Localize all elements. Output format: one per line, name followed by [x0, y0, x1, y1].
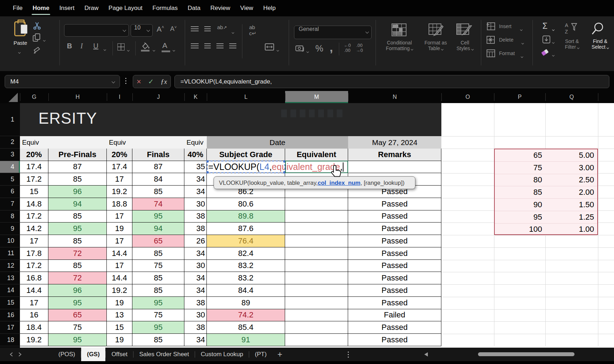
cell-r16c7[interactable]: Failed [348, 309, 441, 322]
cell-r14c4[interactable]: 34 [184, 284, 207, 297]
column-header-P[interactable]: P [494, 91, 545, 103]
lookup-cell[interactable]: 1.25 [545, 211, 597, 224]
tab-bar-options-icon[interactable] [348, 352, 349, 353]
format-dropdown-icon[interactable] [521, 55, 523, 58]
cell-r10c1[interactable]: 85 [48, 235, 107, 247]
copy-dropdown-icon[interactable] [43, 39, 46, 42]
cell-r14c1[interactable]: 96 [48, 284, 107, 297]
cell-r9c5[interactable]: 87.6 [207, 223, 285, 235]
menu-tab-view[interactable]: View [235, 0, 258, 16]
format-as-table-icon[interactable] [429, 23, 444, 39]
cell-r13c4[interactable]: 34 [184, 272, 207, 284]
column-header-I[interactable]: I [107, 91, 132, 103]
cell-r11c3[interactable]: 85 [132, 247, 184, 260]
cell-r18c2[interactable]: 19 [107, 334, 132, 346]
cell-r7c1[interactable]: 94 [48, 198, 107, 210]
lookup-cell[interactable]: 90 [495, 199, 545, 211]
cell-r18c7[interactable]: Passed [348, 334, 441, 346]
cell-r17c4[interactable]: 38 [184, 321, 207, 334]
cell-r14c0[interactable]: 14.4 [20, 284, 48, 297]
sheet-tab-pt[interactable]: (PT) [249, 348, 272, 361]
header-cell-equivalent[interactable]: Equivalent [285, 149, 348, 161]
increase-indent-icon[interactable] [229, 43, 236, 44]
row-header-18[interactable]: 18 [0, 334, 20, 346]
format-painter-icon[interactable] [33, 46, 41, 55]
borders-dropdown-icon[interactable] [127, 49, 130, 52]
fill-dropdown-icon[interactable] [552, 41, 555, 44]
cell-r7c5[interactable]: 80.6 [207, 198, 285, 210]
menu-tab-formulas[interactable]: Formulas [147, 0, 183, 16]
formula-bar-options-icon[interactable] [125, 78, 126, 79]
menu-tab-review[interactable]: Review [205, 0, 235, 16]
orientation-icon[interactable]: ab↗ [217, 24, 227, 30]
insert-button[interactable]: Insert [499, 23, 511, 29]
cell-r6c1[interactable]: 96 [48, 186, 107, 198]
header-cell-20-[interactable]: 20% [20, 149, 48, 161]
cell-I2[interactable]: Equiv [107, 136, 132, 149]
orientation-dropdown-icon[interactable] [232, 31, 234, 34]
cell-r8c0[interactable]: 17.2 [20, 210, 48, 223]
cell-r4c3[interactable]: 87 [132, 161, 184, 173]
title-banner-cell[interactable]: ERSITY [20, 103, 441, 136]
cell-r16c0[interactable]: 16 [20, 309, 48, 322]
row-header-7[interactable]: 7 [0, 198, 20, 210]
menu-tab-insert[interactable]: Insert [54, 0, 80, 16]
wrap-text-icon[interactable]: abc↵ [249, 24, 256, 37]
sort-filter-button[interactable]: Sort &Filter [560, 38, 584, 50]
header-cell-40-[interactable]: 40% [184, 149, 207, 161]
cell-r12c6[interactable] [285, 260, 348, 272]
sort-filter-icon[interactable]: AZ [565, 22, 577, 37]
cell-r10c4[interactable]: 26 [184, 235, 207, 247]
lookup-cell[interactable]: 1.50 [545, 199, 597, 211]
cell-r10c3[interactable]: 65 [132, 235, 184, 247]
menu-tab-draw[interactable]: Draw [79, 0, 104, 16]
cell-r5c4[interactable]: 34 [184, 173, 207, 186]
conditional-formatting-icon[interactable] [392, 23, 406, 39]
row-header-9[interactable]: 9 [0, 223, 20, 235]
cell-r9c3[interactable]: 94 [132, 223, 184, 235]
cell-r10c6[interactable] [285, 235, 348, 247]
cell-r13c7[interactable]: Passed [348, 272, 441, 284]
clear-dropdown-icon[interactable] [552, 54, 555, 57]
column-header-O[interactable]: O [441, 91, 494, 103]
lookup-cell[interactable]: 1.00 [545, 224, 597, 236]
accounting-format-icon[interactable] [295, 45, 305, 53]
font-name-combo[interactable] [64, 24, 129, 37]
cell-r9c7[interactable]: Passed [348, 223, 441, 235]
cell-r15c7[interactable]: Passed [348, 297, 441, 309]
cell-r4c0[interactable]: 17.4 [20, 161, 48, 173]
cell-r12c1[interactable]: 85 [48, 260, 107, 272]
cell-r8c6[interactable] [285, 210, 348, 223]
cell-K2[interactable]: Equiv [184, 136, 207, 149]
increase-font-icon[interactable]: A˄ [157, 25, 164, 33]
italic-button[interactable]: I [80, 42, 83, 50]
decrease-indent-icon[interactable] [216, 43, 224, 44]
column-header-M[interactable]: M [285, 91, 348, 103]
lookup-cell[interactable]: 85 [495, 186, 545, 199]
format-button[interactable]: Format [499, 50, 515, 56]
paste-button[interactable]: Paste [14, 40, 27, 46]
underline-button[interactable]: U [93, 42, 98, 50]
lookup-cell[interactable]: 5.00 [545, 149, 597, 162]
align-top-icon[interactable] [191, 26, 199, 27]
cell-r9c4[interactable]: 38 [184, 223, 207, 235]
cell-r11c6[interactable] [285, 247, 348, 260]
header-cell-pre-finals[interactable]: Pre-Finals [48, 149, 107, 161]
lookup-cell[interactable]: 2.50 [545, 174, 597, 187]
insert-dropdown-icon[interactable] [520, 28, 523, 31]
menu-tab-help[interactable]: Help [258, 0, 280, 16]
cell-r17c2[interactable]: 15 [107, 321, 132, 334]
cell-r11c4[interactable]: 34 [184, 247, 207, 260]
row-header-14[interactable]: 14 [0, 284, 20, 297]
sheet-tab-salesordersheet[interactable]: Sales Order Sheet [133, 348, 195, 361]
cell-r8c2[interactable]: 17 [107, 210, 132, 223]
cell-r13c1[interactable]: 72 [48, 272, 107, 284]
header-cell-remarks[interactable]: Remarks [348, 149, 441, 161]
cell-r4c2[interactable]: 17.4 [107, 161, 132, 173]
cell-date-value[interactable]: May 27, 2024 [348, 136, 441, 149]
delete-button[interactable]: Delete [499, 37, 513, 43]
cell-r5c3[interactable]: 84 [132, 173, 184, 186]
cell-date-label[interactable]: Date [207, 136, 348, 149]
cell-r11c1[interactable]: 72 [48, 247, 107, 260]
underline-dropdown-icon[interactable] [104, 48, 106, 51]
